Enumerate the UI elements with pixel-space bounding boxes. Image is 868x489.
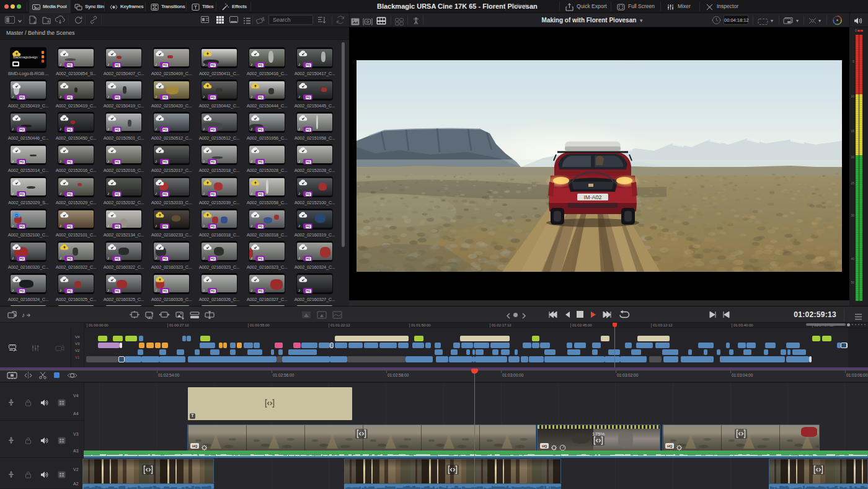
svg-text:♪: ♪ xyxy=(22,312,25,318)
svg-text:IM·A02: IM·A02 xyxy=(583,194,601,200)
